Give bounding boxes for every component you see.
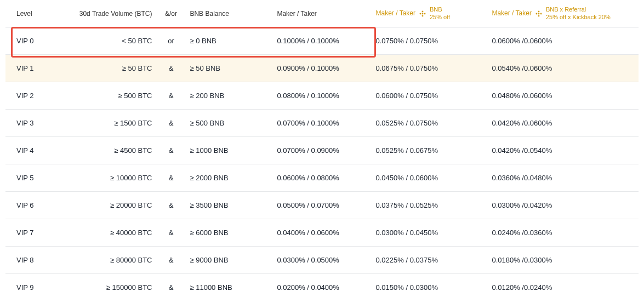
cell-volume: ≥ 80000 BTC <box>58 247 156 274</box>
hdr-referral-main: Maker / Taker <box>492 9 531 17</box>
hdr-bnb25-sub: BNB 25% off <box>430 6 450 20</box>
cell-level: VIP 0 <box>5 27 58 55</box>
fee-table: Level 30d Trade Volume (BTC) &/or BNB Ba… <box>5 0 639 291</box>
cell-bnb25: 0.0750% / 0.0750% <box>372 27 488 55</box>
cell-bnb: ≥ 50 BNB <box>185 55 272 82</box>
fee-table-container: Level 30d Trade Volume (BTC) &/or BNB Ba… <box>5 0 639 291</box>
cell-maker-taker: 0.0600% / 0.0800% <box>272 164 371 192</box>
cell-bnb: ≥ 3500 BNB <box>185 192 272 219</box>
cell-level: VIP 9 <box>5 274 58 292</box>
cell-referral: 0.0540% /0.0600% <box>487 55 639 82</box>
cell-referral: 0.0360% /0.0480% <box>487 164 639 192</box>
cell-bnb: ≥ 9000 BNB <box>185 247 272 274</box>
cell-maker-taker: 0.0300% / 0.0500% <box>272 247 371 274</box>
table-row: VIP 2≥ 500 BTC&≥ 200 BNB0.0800% / 0.1000… <box>5 82 639 110</box>
hdr-bnb25: Maker / Taker BNB 25% off <box>372 0 488 27</box>
cell-bnb: ≥ 200 BNB <box>185 82 272 110</box>
cell-referral: 0.0120% /0.0240% <box>487 274 639 292</box>
table-row: VIP 8≥ 80000 BTC&≥ 9000 BNB0.0300% / 0.0… <box>5 247 639 274</box>
cell-level: VIP 1 <box>5 55 58 82</box>
cell-maker-taker: 0.0400% / 0.0600% <box>272 219 371 247</box>
cell-volume: < 50 BTC <box>58 27 156 55</box>
cell-bnb: ≥ 6000 BNB <box>185 219 272 247</box>
cell-bnb25: 0.0300% / 0.0450% <box>372 219 488 247</box>
table-row: VIP 6≥ 20000 BTC&≥ 3500 BNB0.0500% / 0.0… <box>5 192 639 219</box>
cell-op: & <box>156 247 185 274</box>
cell-volume: ≥ 50 BTC <box>58 55 156 82</box>
hdr-bnb-balance: BNB Balance <box>185 0 272 27</box>
cell-volume: ≥ 150000 BTC <box>58 274 156 292</box>
cell-volume: ≥ 1500 BTC <box>58 110 156 137</box>
cell-bnb25: 0.0525% / 0.0675% <box>372 137 488 164</box>
table-row: VIP 4≥ 4500 BTC&≥ 1000 BNB0.0700% / 0.09… <box>5 137 639 164</box>
cell-op: & <box>156 82 185 110</box>
table-body: VIP 0< 50 BTCor≥ 0 BNB0.1000% / 0.1000%0… <box>5 27 639 292</box>
cell-bnb25: 0.0675% / 0.0750% <box>372 55 488 82</box>
cell-volume: ≥ 10000 BTC <box>58 164 156 192</box>
cell-op: & <box>156 219 185 247</box>
cell-level: VIP 3 <box>5 110 58 137</box>
cell-bnb: ≥ 1000 BNB <box>185 137 272 164</box>
cell-volume: ≥ 500 BTC <box>58 82 156 110</box>
cell-op: & <box>156 55 185 82</box>
cell-op: & <box>156 164 185 192</box>
cell-volume: ≥ 20000 BTC <box>58 192 156 219</box>
cell-bnb25: 0.0600% / 0.0750% <box>372 82 488 110</box>
cell-referral: 0.0240% /0.0360% <box>487 219 639 247</box>
cell-op: & <box>156 192 185 219</box>
cell-bnb: ≥ 0 BNB <box>185 27 272 55</box>
cell-bnb: ≥ 500 BNB <box>185 110 272 137</box>
cell-bnb25: 0.0375% / 0.0525% <box>372 192 488 219</box>
cell-bnb25: 0.0150% / 0.0300% <box>372 274 488 292</box>
cell-maker-taker: 0.0700% / 0.1000% <box>272 110 371 137</box>
cell-op: & <box>156 274 185 292</box>
cell-bnb25: 0.0450% / 0.0600% <box>372 164 488 192</box>
cell-referral: 0.0600% /0.0600% <box>487 27 639 55</box>
cell-bnb: ≥ 2000 BNB <box>185 164 272 192</box>
hdr-referral: Maker / Taker BNB x Referral 25% off x K… <box>487 0 639 27</box>
hdr-op: &/or <box>156 0 185 27</box>
cell-maker-taker: 0.0700% / 0.0900% <box>272 137 371 164</box>
table-header-row: Level 30d Trade Volume (BTC) &/or BNB Ba… <box>5 0 639 27</box>
cell-op: & <box>156 110 185 137</box>
table-row: VIP 3≥ 1500 BTC&≥ 500 BNB0.0700% / 0.100… <box>5 110 639 137</box>
table-row: VIP 9≥ 150000 BTC&≥ 11000 BNB0.0200% / 0… <box>5 274 639 292</box>
cell-bnb25: 0.0525% / 0.0750% <box>372 110 488 137</box>
cell-volume: ≥ 40000 BTC <box>58 219 156 247</box>
cell-referral: 0.0420% /0.0600% <box>487 110 639 137</box>
cell-referral: 0.0300% /0.0420% <box>487 192 639 219</box>
cell-level: VIP 6 <box>5 192 58 219</box>
cell-level: VIP 4 <box>5 137 58 164</box>
cell-bnb25: 0.0225% / 0.0375% <box>372 247 488 274</box>
cell-maker-taker: 0.0900% / 0.1000% <box>272 55 371 82</box>
table-row: VIP 0< 50 BTCor≥ 0 BNB0.1000% / 0.1000%0… <box>5 27 639 55</box>
cell-level: VIP 8 <box>5 247 58 274</box>
cell-maker-taker: 0.0800% / 0.1000% <box>272 82 371 110</box>
hdr-maker-taker: Maker / Taker <box>272 0 371 27</box>
cell-referral: 0.0480% /0.0600% <box>487 82 639 110</box>
cell-op: & <box>156 137 185 164</box>
cell-maker-taker: 0.0500% / 0.0700% <box>272 192 371 219</box>
cell-referral: 0.0180% /0.0300% <box>487 247 639 274</box>
bnb-icon <box>419 10 426 18</box>
hdr-volume: 30d Trade Volume (BTC) <box>58 0 156 27</box>
cell-op: or <box>156 27 185 55</box>
table-row: VIP 5≥ 10000 BTC&≥ 2000 BNB0.0600% / 0.0… <box>5 164 639 192</box>
cell-referral: 0.0420% /0.0540% <box>487 137 639 164</box>
cell-level: VIP 7 <box>5 219 58 247</box>
hdr-level: Level <box>5 0 58 27</box>
cell-maker-taker: 0.0200% / 0.0400% <box>272 274 371 292</box>
cell-level: VIP 2 <box>5 82 58 110</box>
hdr-referral-sub: BNB x Referral 25% off x Kickback 20% <box>546 6 611 20</box>
table-row: VIP 1≥ 50 BTC&≥ 50 BNB0.0900% / 0.1000%0… <box>5 55 639 82</box>
hdr-bnb25-main: Maker / Taker <box>376 9 415 17</box>
bnb-icon <box>535 10 543 18</box>
cell-bnb: ≥ 11000 BNB <box>185 274 272 292</box>
cell-volume: ≥ 4500 BTC <box>58 137 156 164</box>
cell-level: VIP 5 <box>5 164 58 192</box>
table-row: VIP 7≥ 40000 BTC&≥ 6000 BNB0.0400% / 0.0… <box>5 219 639 247</box>
cell-maker-taker: 0.1000% / 0.1000% <box>272 27 371 55</box>
